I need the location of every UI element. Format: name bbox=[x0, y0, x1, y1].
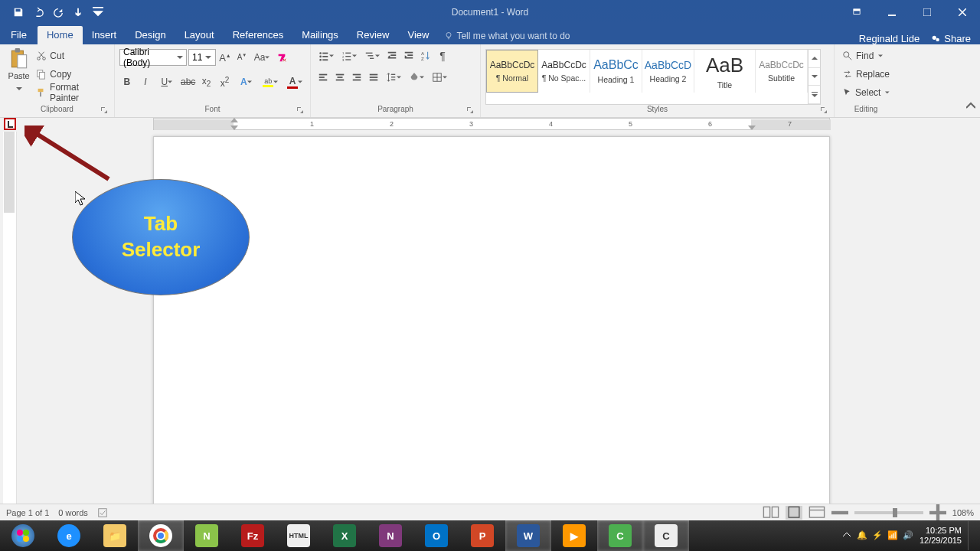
style-no-spacing[interactable]: AaBbCcDc¶ No Spac... bbox=[538, 50, 590, 93]
taskbar-explorer[interactable]: 📁 bbox=[92, 520, 138, 551]
tab-insert[interactable]: Insert bbox=[83, 26, 126, 44]
touch-mode-button[interactable] bbox=[69, 3, 87, 21]
taskbar-outlook[interactable]: O bbox=[413, 520, 459, 551]
style-normal[interactable]: AaBbCcDc¶ Normal bbox=[486, 50, 538, 93]
page[interactable] bbox=[153, 136, 830, 551]
style-subtitle[interactable]: AaBbCcDcSubtitle bbox=[756, 50, 808, 93]
borders-button[interactable] bbox=[429, 69, 450, 86]
font-color-button[interactable]: A bbox=[284, 73, 305, 90]
page-status[interactable]: Page 1 of 1 bbox=[6, 508, 49, 517]
replace-button[interactable]: Replace bbox=[839, 66, 893, 83]
tab-home[interactable]: Home bbox=[38, 26, 83, 44]
undo-button[interactable] bbox=[29, 3, 47, 21]
web-layout-button[interactable] bbox=[808, 506, 825, 520]
word-count[interactable]: 0 words bbox=[58, 508, 88, 517]
font-name-combo[interactable]: Calibri (Body) bbox=[119, 49, 187, 66]
format-painter-button[interactable]: Format Painter bbox=[36, 84, 109, 101]
justify-button[interactable] bbox=[366, 69, 381, 86]
zoom-out-button[interactable] bbox=[831, 506, 848, 520]
taskbar-media[interactable]: ▶ bbox=[551, 520, 597, 551]
tell-me-search[interactable]: Tell me what you want to do bbox=[438, 28, 576, 44]
save-button[interactable] bbox=[9, 3, 28, 21]
tray-icon-1[interactable]: 🔔 bbox=[857, 530, 867, 541]
subscript-button[interactable]: x2 bbox=[199, 73, 214, 90]
paragraph-launcher[interactable] bbox=[466, 106, 474, 114]
tray-expand[interactable] bbox=[843, 531, 851, 540]
redo-button[interactable] bbox=[49, 3, 67, 21]
select-button[interactable]: Select bbox=[839, 84, 893, 101]
align-left-button[interactable] bbox=[315, 69, 331, 86]
font-size-combo[interactable]: 11 bbox=[188, 49, 216, 66]
highlight-button[interactable]: ab bbox=[260, 73, 281, 90]
zoom-in-button[interactable] bbox=[929, 506, 946, 520]
bullets-button[interactable] bbox=[315, 47, 337, 64]
tray-icon-2[interactable]: ⚡ bbox=[872, 530, 883, 541]
shrink-font-button[interactable]: A▼ bbox=[234, 49, 250, 66]
change-case-button[interactable]: Aa bbox=[251, 49, 273, 66]
font-launcher[interactable] bbox=[296, 106, 304, 114]
clear-format-button[interactable] bbox=[274, 49, 289, 66]
text-effects-button[interactable]: A bbox=[235, 73, 256, 90]
show-desktop-button[interactable] bbox=[968, 521, 974, 550]
numbering-button[interactable]: 123 bbox=[338, 47, 360, 64]
sort-button[interactable]: AZ bbox=[418, 47, 433, 64]
style-heading-2[interactable]: AaBbCcDHeading 2 bbox=[642, 50, 694, 93]
cut-button[interactable]: Cut bbox=[36, 47, 109, 64]
first-line-indent[interactable] bbox=[230, 118, 238, 122]
tab-selector[interactable] bbox=[4, 118, 16, 130]
taskbar-ie[interactable]: e bbox=[46, 520, 92, 551]
clock[interactable]: 10:25 PM 12/29/2015 bbox=[920, 526, 962, 546]
print-layout-button[interactable] bbox=[786, 506, 802, 520]
align-right-button[interactable] bbox=[349, 69, 364, 86]
copy-button[interactable]: Copy bbox=[36, 66, 109, 83]
share-button[interactable]: Share bbox=[930, 33, 971, 44]
zoom-slider[interactable] bbox=[854, 511, 923, 514]
tab-references[interactable]: References bbox=[224, 26, 292, 44]
line-spacing-button[interactable] bbox=[383, 69, 404, 86]
taskbar-camtasia-1[interactable]: C bbox=[597, 520, 643, 551]
tab-view[interactable]: View bbox=[398, 26, 438, 44]
clipboard-launcher[interactable] bbox=[100, 106, 108, 114]
styles-launcher[interactable] bbox=[820, 106, 828, 114]
taskbar-word[interactable]: W bbox=[505, 520, 551, 551]
hanging-indent[interactable] bbox=[230, 126, 238, 130]
proofing-icon[interactable] bbox=[97, 507, 108, 518]
grow-font-button[interactable]: A▲ bbox=[217, 49, 233, 66]
italic-button[interactable]: I bbox=[138, 73, 153, 90]
tab-mailings[interactable]: Mailings bbox=[292, 26, 348, 44]
taskbar-powerpoint[interactable]: P bbox=[459, 520, 505, 551]
style-title[interactable]: AaBTitle bbox=[694, 50, 756, 93]
decrease-indent-button[interactable] bbox=[384, 47, 400, 64]
taskbar-filezilla[interactable]: Fz bbox=[230, 520, 276, 551]
styles-expand[interactable] bbox=[808, 86, 820, 104]
tab-design[interactable]: Design bbox=[126, 26, 175, 44]
superscript-button[interactable]: x2 bbox=[217, 73, 233, 90]
taskbar-htmlkit[interactable]: HTML bbox=[276, 520, 322, 551]
taskbar-notepadpp[interactable]: N bbox=[184, 520, 230, 551]
minimize-button[interactable] bbox=[874, 0, 910, 24]
underline-button[interactable]: U bbox=[156, 73, 178, 90]
taskbar-excel[interactable]: X bbox=[322, 520, 368, 551]
tab-layout[interactable]: Layout bbox=[175, 26, 224, 44]
close-button[interactable] bbox=[945, 0, 980, 24]
collapse-ribbon-button[interactable] bbox=[966, 100, 975, 114]
find-button[interactable]: Find bbox=[839, 47, 893, 64]
horizontal-ruler[interactable]: 1 2 3 4 5 6 7 bbox=[153, 118, 830, 130]
bold-button[interactable]: B bbox=[119, 73, 135, 90]
maximize-button[interactable] bbox=[910, 0, 945, 24]
strikethrough-button[interactable]: abc bbox=[181, 73, 196, 90]
styles-scroll-up[interactable] bbox=[808, 50, 820, 68]
styles-scroll-down[interactable] bbox=[808, 68, 820, 86]
user-name[interactable]: Reginald Lide bbox=[859, 33, 920, 44]
shading-button[interactable] bbox=[406, 69, 427, 86]
tab-review[interactable]: Review bbox=[348, 26, 399, 44]
taskbar-camtasia-2[interactable]: C bbox=[643, 520, 689, 551]
tray-network-icon[interactable]: 📶 bbox=[887, 530, 898, 541]
vertical-ruler[interactable] bbox=[3, 132, 17, 520]
tab-file[interactable]: File bbox=[0, 26, 38, 44]
taskbar-onenote[interactable]: N bbox=[368, 520, 413, 551]
increase-indent-button[interactable] bbox=[401, 47, 416, 64]
read-mode-button[interactable] bbox=[763, 506, 779, 520]
paste-button[interactable]: Paste bbox=[5, 46, 33, 105]
style-heading-1[interactable]: AaBbCcHeading 1 bbox=[590, 50, 642, 93]
